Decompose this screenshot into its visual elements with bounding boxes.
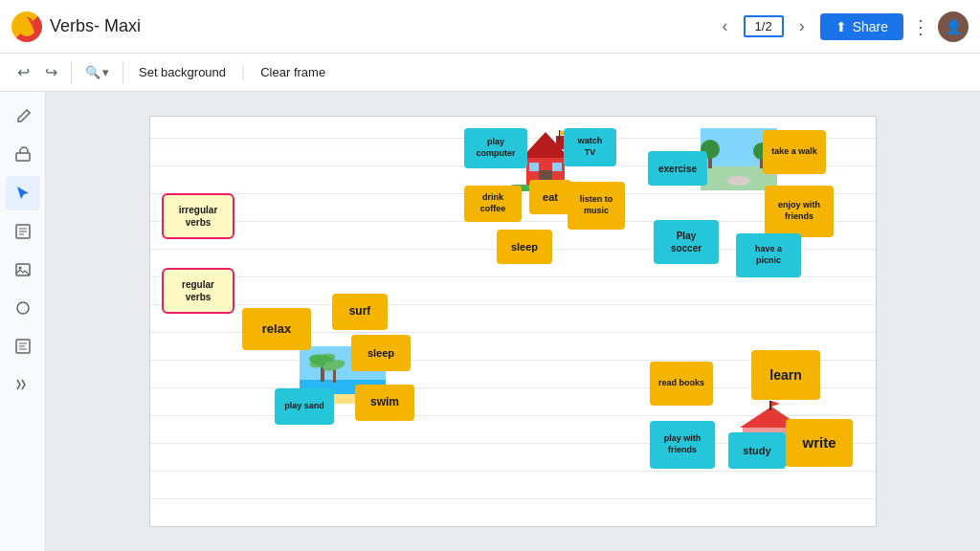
svg-rect-37 (769, 401, 771, 410)
regular-verbs-card[interactable]: regular verbs (162, 268, 234, 314)
slide-indicator: 1/2 (744, 15, 784, 37)
listen-music-card[interactable]: listen to music (568, 182, 625, 230)
exercise-card[interactable]: exercise (648, 151, 707, 186)
header-right: ⬆ Share ⋮ 👤 (820, 11, 969, 42)
eat-card[interactable]: eat (529, 180, 571, 214)
sticky-note-button[interactable] (6, 214, 40, 249)
eraser-tool-button[interactable] (6, 138, 40, 172)
play-computer-card[interactable]: play computer (464, 128, 527, 168)
text-tool-button[interactable] (6, 329, 40, 364)
enjoy-friends-card[interactable]: enjoy with friends (765, 186, 834, 237)
toolbar-divider-2 (122, 61, 123, 84)
more-options-button[interactable]: ⋮ (911, 15, 930, 38)
surf-card[interactable]: surf (332, 294, 388, 330)
pen-tool-button[interactable] (6, 99, 40, 134)
svg-marker-38 (771, 401, 780, 407)
shape-tool-button[interactable] (6, 291, 40, 325)
zoom-caret: ▾ (102, 65, 109, 79)
secondary-toolbar: ↩ ↪ 🔍 ▾ Set background | Clear frame (0, 54, 980, 92)
prev-slide-button[interactable]: ‹ (715, 12, 736, 40)
document-title: Verbs- Maxi (50, 16, 707, 36)
have-picnic-card[interactable]: have a picnic (736, 233, 801, 277)
zoom-icon: 🔍 (85, 65, 100, 79)
svg-rect-0 (16, 153, 30, 161)
play-soccer-card[interactable]: Play soccer (654, 220, 719, 264)
zoom-button[interactable]: 🔍 ▾ (79, 61, 115, 83)
svg-rect-9 (529, 163, 539, 171)
toolbar-divider (71, 61, 72, 84)
slide-canvas: irregular verbs regular verbs play compu… (149, 116, 877, 527)
learn-card[interactable]: learn (751, 350, 820, 400)
read-books-card[interactable]: read books (650, 362, 713, 406)
next-slide-button[interactable]: › (791, 12, 813, 40)
watch-tv-card[interactable]: watch TV (564, 128, 616, 166)
image-tool-button[interactable] (6, 253, 40, 287)
main-area: irregular verbs regular verbs play compu… (0, 92, 980, 551)
clear-frame-button[interactable]: Clear frame (253, 61, 333, 83)
swim-card[interactable]: swim (355, 385, 414, 421)
header: Verbs- Maxi ‹ 1/2 › ⬆ Share ⋮ 👤 (0, 0, 980, 54)
play-friends-card[interactable]: play with friends (650, 421, 715, 469)
separator: | (241, 64, 245, 81)
irregular-verbs-card[interactable]: irregular verbs (162, 193, 234, 239)
play-sand-card[interactable]: play sand (275, 388, 334, 425)
svg-rect-12 (559, 130, 560, 140)
avatar: 👤 (938, 11, 969, 42)
tool-sidebar (0, 92, 46, 551)
take-walk-card[interactable]: take a walk (763, 130, 826, 174)
slide-navigation: ‹ 1/2 › (715, 12, 813, 40)
undo-button[interactable]: ↩ (11, 59, 35, 85)
present-button[interactable]: ⬆ Share (820, 13, 903, 40)
app-logo (11, 11, 42, 42)
select-tool-button[interactable] (6, 176, 40, 210)
write-card[interactable]: write (786, 419, 853, 467)
more-tools-button[interactable] (6, 367, 40, 402)
study-card[interactable]: study (728, 432, 786, 469)
svg-rect-10 (552, 163, 562, 171)
svg-point-4 (17, 302, 29, 314)
svg-point-18 (727, 176, 750, 186)
redo-button[interactable]: ↪ (39, 59, 63, 85)
share-label: Share (853, 19, 888, 34)
drink-coffee-card[interactable]: drink coffee (464, 186, 522, 222)
set-background-button[interactable]: Set background (131, 61, 234, 83)
sleep-top-card[interactable]: sleep (497, 230, 552, 264)
sleep-bottom-card[interactable]: sleep (351, 335, 411, 371)
relax-card[interactable]: relax (242, 308, 311, 350)
present-icon: ⬆ (835, 19, 847, 34)
svg-point-3 (18, 267, 21, 270)
canvas-area: irregular verbs regular verbs play compu… (46, 92, 980, 551)
